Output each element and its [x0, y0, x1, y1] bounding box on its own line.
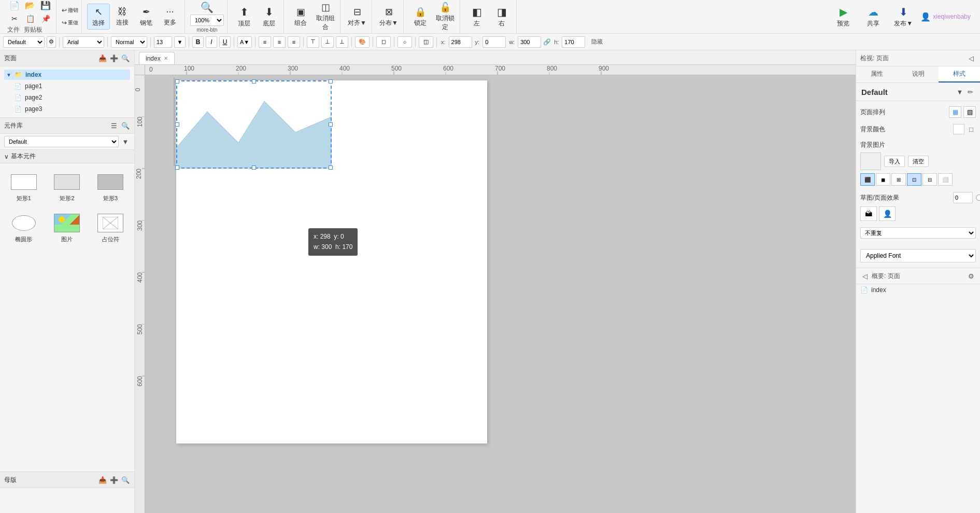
pen-tool-btn[interactable]: ✒ 钢笔 [135, 4, 158, 30]
top-layer-btn[interactable]: ⬆ 顶层 [233, 4, 255, 30]
sketch-icon-1[interactable]: 🏔 [860, 206, 877, 221]
opacity-btn[interactable]: ○ [397, 36, 412, 48]
share-btn[interactable]: ☁ 共享 [860, 4, 886, 30]
component-category[interactable]: ∨ 基本元件 [0, 150, 134, 163]
component-rect3[interactable]: 矩形3 [91, 169, 130, 205]
tab-styles[interactable]: 样式 [939, 66, 980, 82]
h-input[interactable] [562, 36, 585, 48]
overview-item-index[interactable]: 📄 index [856, 284, 980, 296]
overview-filter-btn[interactable]: ⚙ [967, 271, 976, 281]
page-item-page3[interactable]: 📄 page3 [4, 104, 130, 114]
ungroup-btn[interactable]: ◫ 取消组合 [314, 4, 337, 30]
lock-aspect-icon[interactable]: 🔗 [543, 38, 551, 46]
font-select[interactable]: Arial [63, 36, 104, 48]
effect-slider-thumb[interactable] [976, 195, 980, 201]
tab-notes[interactable]: 说明 [898, 66, 939, 82]
component-placeholder[interactable]: 占位符 [91, 210, 130, 246]
undo-btn[interactable]: ↩ 撤销 [62, 5, 78, 16]
style-select[interactable]: Default [3, 36, 45, 48]
components-menu-btn[interactable]: ☰ [109, 121, 119, 130]
more-tool-btn[interactable]: ··· 更多 [159, 4, 181, 30]
bold-btn[interactable]: B [192, 36, 204, 48]
y-input[interactable] [482, 36, 506, 48]
library-select[interactable]: Default [4, 136, 119, 147]
tile-btn-3[interactable]: ⊞ [891, 173, 906, 186]
fill-color-btn[interactable]: 🎨 [355, 36, 370, 48]
tile-btn-2[interactable]: ◼ [876, 173, 890, 186]
layout-multi-btn[interactable]: ▧ [963, 106, 976, 118]
bottom-layer-btn[interactable]: ⬇ 底层 [258, 4, 280, 30]
border-color-btn[interactable]: ◻ [376, 36, 391, 48]
components-search-btn[interactable]: 🔍 [121, 121, 130, 130]
applied-font-select[interactable]: Applied Font [860, 249, 976, 262]
style-expand-btn[interactable]: ▼ [955, 87, 964, 96]
right-panel-expand-btn[interactable]: ◁ [967, 53, 976, 63]
group-btn[interactable]: ▣ 组合 [289, 4, 312, 30]
component-rect1[interactable]: 矩形1 [4, 169, 44, 205]
layout-single-btn[interactable]: ▦ [949, 106, 961, 118]
canvas-bg[interactable]: x: 298 y: 0 w: 300 h: 170 [145, 75, 856, 513]
component-rect2[interactable]: 矩形2 [48, 169, 87, 205]
tile-btn-6[interactable]: ⬜ [938, 173, 953, 186]
sketch-icon-2[interactable]: 👤 [879, 206, 896, 221]
style-manage-btn[interactable]: ⚙ [47, 36, 56, 48]
page-item-index[interactable]: ▼ 📁 index [4, 70, 130, 80]
w-input[interactable] [518, 36, 541, 48]
page-item-page1[interactable]: 📄 page1 [4, 81, 130, 91]
paste-btn[interactable]: 📌 [38, 12, 53, 25]
select-tool-btn[interactable]: ↖ 选择 [87, 4, 110, 30]
master-new-btn[interactable]: ➕ [109, 475, 119, 484]
save-btn[interactable]: 💾 [38, 0, 53, 12]
pages-new-btn[interactable]: ➕ [109, 53, 119, 63]
align-btn[interactable]: ⊟ 对齐▼ [346, 4, 368, 30]
component-image[interactable]: 图片 [48, 210, 87, 246]
valign-bot-btn[interactable]: ⊥ [336, 36, 348, 48]
new-file-btn[interactable]: 📄 [7, 0, 22, 12]
underline-btn[interactable]: U [219, 36, 231, 48]
shadow-btn[interactable]: ◫ [419, 36, 433, 48]
bg-color-swatch[interactable] [953, 124, 964, 134]
tile-btn-5[interactable]: ⊟ [922, 173, 937, 186]
open-btn[interactable]: 📂 [23, 0, 37, 12]
library-expand-btn[interactable]: ▼ [121, 137, 130, 146]
redo-btn[interactable]: ↪ 重做 [62, 17, 78, 29]
x-input[interactable] [449, 36, 472, 48]
overview-collapse-btn[interactable]: ◁ [860, 271, 870, 281]
tile-btn-1[interactable]: ⬛ [860, 173, 875, 186]
user-account[interactable]: 👤 xieqiwenbaby [920, 12, 971, 22]
tile-btn-4[interactable]: ⊡ [907, 173, 921, 186]
tab-properties[interactable]: 属性 [856, 66, 898, 82]
page-item-page2[interactable]: 📄 page2 [4, 92, 130, 103]
no-repeat-select[interactable]: 不重复 [860, 227, 976, 239]
unlock-btn[interactable]: 🔓 取消锁定 [434, 4, 457, 30]
align-center-btn[interactable]: ≡ [273, 36, 286, 48]
italic-btn[interactable]: I [206, 36, 217, 48]
weight-select[interactable]: Normal Bold Light [111, 36, 147, 48]
clear-btn[interactable]: 清空 [908, 156, 929, 167]
tab-close-btn[interactable]: ✕ [164, 56, 168, 61]
font-size-down-btn[interactable]: ▼ [174, 36, 186, 48]
connect-tool-btn[interactable]: ⛓ 连接 [111, 4, 134, 30]
lock-btn[interactable]: 🔒 锁定 [409, 4, 432, 30]
pages-add-btn[interactable]: 📥 [98, 53, 107, 63]
preview-btn[interactable]: ▶ 预览 [830, 4, 856, 30]
zoom-select[interactable]: 100% 75% 50% 150% 200% [190, 15, 224, 26]
copy-btn[interactable]: 📋 [23, 12, 37, 25]
master-search-btn[interactable]: 🔍 [121, 475, 130, 484]
effect-value-input[interactable] [953, 192, 973, 203]
master-add-btn[interactable]: 📥 [98, 475, 107, 484]
cut-btn[interactable]: ✂ [7, 12, 22, 25]
font-size-input[interactable] [154, 36, 172, 48]
distribute-btn[interactable]: ⊠ 分布▼ [377, 4, 400, 30]
tab-index[interactable]: index ✕ [139, 52, 175, 64]
right-btn[interactable]: ◨ 右 [490, 4, 513, 30]
align-left-btn[interactable]: ≡ [259, 36, 271, 48]
style-edit-btn[interactable]: ✏ [965, 87, 975, 96]
bg-color-picker-btn[interactable]: □ [967, 124, 976, 134]
publish-btn[interactable]: ⬇ 发布▼ [890, 4, 916, 30]
left-btn[interactable]: ◧ 左 [465, 4, 488, 30]
shape-container[interactable] [176, 80, 332, 169]
import-btn[interactable]: 导入 [884, 156, 905, 167]
font-color-btn[interactable]: A▼ [237, 36, 252, 48]
align-right-btn[interactable]: ≡ [288, 36, 300, 48]
